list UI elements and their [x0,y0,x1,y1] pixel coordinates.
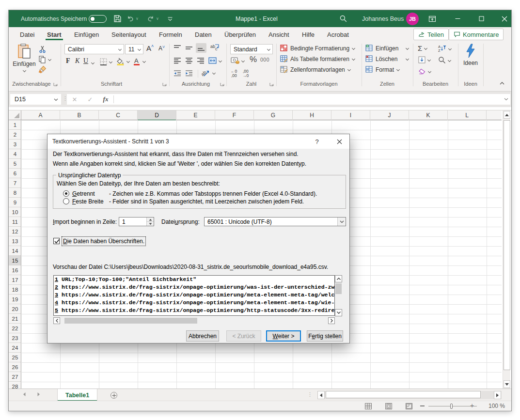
ribbon-tab-daten[interactable]: Daten [189,27,218,42]
increase-decimal-button[interactable]: ←0,00 [231,69,240,78]
align-left-button[interactable] [173,57,181,64]
alignment-dialog-launcher[interactable] [220,82,225,89]
customize-quick-access-button[interactable] [167,10,173,27]
radio-delimited-label[interactable]: Getrennt [72,190,95,197]
fill-color-button[interactable] [116,57,130,65]
insert-cells-button[interactable]: Einfügen [365,45,409,52]
zoom-slider-track[interactable] [428,406,477,406]
percent-style-button[interactable]: % [250,55,257,64]
column-header-J[interactable]: J [370,110,409,120]
row-header-14[interactable]: 14 [9,246,21,256]
row-header-11[interactable]: 11 [9,217,21,227]
cell-styles-button[interactable]: Zellenformatvorlagen [280,66,351,73]
paste-button[interactable]: Einfügen [13,44,36,72]
dialog-title-bar[interactable]: Textkonvertierungs-Assistent - Schritt 1… [47,134,349,149]
accounting-format-button[interactable] [231,57,245,65]
row-header-8[interactable]: 8 [9,188,21,198]
redo-button[interactable]: ∨ [147,10,159,27]
number-dialog-launcher[interactable] [269,82,274,89]
preview-horizontal-thumb[interactable] [64,318,197,324]
italic-button[interactable]: K [75,57,81,65]
clipboard-dialog-launcher[interactable] [53,82,58,89]
row-header-5[interactable]: 5 [9,159,21,169]
column-header-D[interactable]: D [138,110,176,120]
name-box-chevron[interactable] [50,96,61,103]
font-name-combo[interactable]: Calibri [64,44,124,54]
row-header-6[interactable]: 6 [9,169,21,178]
close-button[interactable] [493,10,516,27]
align-center-button[interactable] [185,57,193,64]
collapse-ribbon-button[interactable] [499,80,507,88]
ribbon-tab-ansicht[interactable]: Ansicht [262,27,296,42]
sort-filter-button[interactable]: A Z [438,45,452,52]
file-origin-dropdown-button[interactable] [337,218,346,226]
headers-checkbox[interactable] [53,238,60,244]
ribbon-tab-berprfen[interactable]: Überprüfen [218,27,262,42]
column-header-H[interactable]: H [293,110,331,120]
align-middle-button[interactable] [185,45,193,51]
column-header-E[interactable]: E [176,110,215,120]
number-format-combo[interactable]: Standard [230,44,273,54]
scroll-right-button[interactable] [494,391,501,399]
search-button[interactable] [339,10,347,27]
row-header-9[interactable]: 9 [9,198,21,207]
row-header-12[interactable]: 12 [9,227,21,236]
format-painter-button[interactable] [38,65,47,74]
page-break-view-button[interactable] [406,403,412,409]
radio-fixed-width[interactable] [63,198,69,204]
preview-horizontal-scrollbar[interactable] [53,317,335,324]
preview-scroll-up-button[interactable] [335,275,342,282]
format-cells-button[interactable]: Format [365,66,400,73]
dialog-help-button[interactable]: ? [309,134,325,149]
ribbon-tab-acrobat[interactable]: Acrobat [321,27,355,42]
comments-button[interactable]: Kommentare [449,29,504,40]
back-button[interactable]: < Zurück [226,330,261,342]
underline-dropdown-chevron-btn[interactable] [91,61,95,64]
copy-button[interactable] [38,55,51,63]
row-header-10[interactable]: 10 [9,207,21,217]
account-avatar[interactable]: JB [406,10,419,27]
start-row-spinner[interactable]: 1 [119,217,154,226]
align-right-button[interactable] [197,57,205,64]
row-header-24[interactable]: 24 [9,343,21,353]
horizontal-scroll-thumb[interactable] [326,391,481,398]
headers-checkbox-label[interactable]: Die Daten haben Überschriften. [63,238,144,245]
decrease-font-button[interactable]: A˅ [158,45,165,52]
ribbon-tab-formeln[interactable]: Formeln [153,27,189,42]
preview-scroll-down-button[interactable] [335,309,342,316]
preview-vertical-scrollbar[interactable] [335,275,342,316]
preview-vertical-thumb[interactable] [335,283,342,294]
sheet-tab-tabelle1[interactable]: Tabelle1 [57,389,97,401]
decrease-decimal-button[interactable]: ,00→0 [242,69,252,78]
normal-view-button[interactable] [365,403,372,409]
ribbon-tab-hilfe[interactable]: Hilfe [296,27,321,42]
row-header-27[interactable]: 27 [9,372,21,382]
radio-delimited[interactable] [63,190,69,197]
fill-button[interactable] [418,56,431,63]
column-header-B[interactable]: B [60,110,99,120]
vertical-scrollbar[interactable] [503,110,510,389]
ideas-button[interactable]: Ideen [458,44,483,66]
row-header-15[interactable]: 15 [9,256,21,265]
bold-button[interactable]: F [66,57,73,65]
underline-button[interactable]: U [83,57,90,65]
confirm-entry-button[interactable]: ✓ [82,96,98,103]
finish-button[interactable]: Fertig stellen [307,330,343,342]
row-header-26[interactable]: 26 [9,362,21,372]
orientation-button[interactable]: ab [202,69,216,77]
zoom-in-button[interactable]: + [470,403,474,408]
cut-button[interactable] [38,46,47,53]
radio-fixed-width-label[interactable]: Feste Breite [72,198,104,205]
ribbon-tab-start[interactable]: Start [41,27,68,42]
save-button[interactable] [113,10,122,27]
vertical-scroll-thumb[interactable] [504,120,510,370]
autosave-toggle[interactable] [89,10,107,27]
row-header-4[interactable]: 4 [9,149,21,159]
row-header-7[interactable]: 7 [9,178,21,188]
delete-cells-button[interactable]: Löschen [365,55,409,62]
next-sheet-button[interactable] [37,392,41,398]
select-all-button[interactable] [9,110,21,120]
clear-button[interactable] [418,68,431,75]
expand-formula-bar-button[interactable] [502,94,510,105]
merge-center-button[interactable] [208,57,222,64]
